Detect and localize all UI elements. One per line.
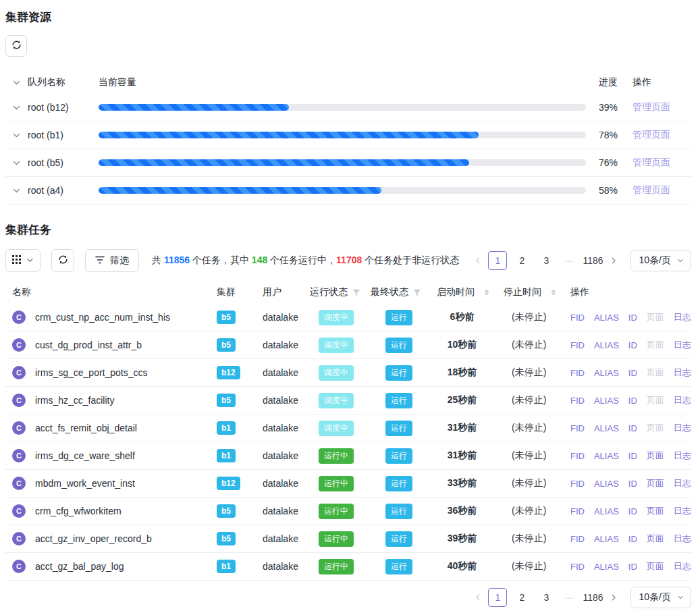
page-button-3[interactable]: 3 bbox=[537, 251, 556, 270]
chevron-down-icon[interactable] bbox=[12, 131, 21, 140]
id-link[interactable]: ID bbox=[628, 479, 637, 489]
sort-icon[interactable] bbox=[484, 289, 489, 296]
manage-page-link[interactable]: 管理页面 bbox=[632, 157, 670, 167]
log-link[interactable]: 日志 bbox=[674, 394, 691, 406]
manage-page-link[interactable]: 管理页面 bbox=[632, 184, 670, 195]
alias-link[interactable]: ALIAS bbox=[594, 534, 619, 544]
fid-link[interactable]: FID bbox=[570, 506, 585, 516]
chevron-down-icon[interactable] bbox=[12, 159, 21, 167]
chevron-down-icon bbox=[677, 592, 684, 603]
page-link[interactable]: 页面 bbox=[647, 367, 664, 379]
log-link[interactable]: 日志 bbox=[674, 339, 691, 351]
manage-page-link[interactable]: 管理页面 bbox=[632, 101, 670, 112]
log-link[interactable]: 日志 bbox=[674, 477, 691, 489]
collapse-all-chevron-down-icon[interactable] bbox=[12, 78, 21, 87]
chevron-down-icon[interactable] bbox=[12, 103, 21, 112]
id-link[interactable]: ID bbox=[628, 340, 637, 350]
alias-link[interactable]: ALIAS bbox=[594, 479, 619, 489]
user-column-header: 用户 bbox=[263, 286, 310, 298]
sort-icon[interactable] bbox=[551, 289, 556, 296]
manage-page-link[interactable]: 管理页面 bbox=[632, 129, 670, 140]
page-size-select[interactable]: 10条/页 bbox=[630, 250, 691, 271]
id-link[interactable]: ID bbox=[628, 506, 637, 516]
alias-link[interactable]: ALIAS bbox=[594, 313, 619, 323]
page-button-2[interactable]: 2 bbox=[512, 588, 531, 607]
log-link[interactable]: 日志 bbox=[674, 422, 691, 434]
page-button-2[interactable]: 2 bbox=[512, 251, 531, 270]
alias-link[interactable]: ALIAS bbox=[594, 562, 619, 572]
id-link[interactable]: ID bbox=[628, 368, 637, 378]
task-name: acct_fs_remit_obj_detail bbox=[35, 423, 137, 433]
id-link[interactable]: ID bbox=[628, 451, 637, 461]
page-button-last[interactable]: 1186 bbox=[583, 251, 603, 270]
log-link[interactable]: 日志 bbox=[674, 505, 691, 517]
page-ellipsis[interactable]: ··· bbox=[561, 255, 577, 266]
task-user: datalake bbox=[263, 312, 310, 323]
page-button-last[interactable]: 1186 bbox=[583, 588, 603, 607]
column-settings-button[interactable] bbox=[5, 249, 41, 272]
log-link[interactable]: 日志 bbox=[674, 450, 691, 462]
page-link[interactable]: 页面 bbox=[647, 560, 664, 572]
page-link[interactable]: 页面 bbox=[647, 394, 664, 406]
task-user: datalake bbox=[263, 367, 310, 378]
id-link[interactable]: ID bbox=[628, 562, 637, 572]
start-time: 39秒前 bbox=[437, 533, 504, 545]
task-user: datalake bbox=[263, 533, 310, 544]
id-link[interactable]: ID bbox=[628, 423, 637, 433]
page-button-1[interactable]: 1 bbox=[488, 588, 507, 607]
log-link[interactable]: 日志 bbox=[674, 311, 691, 323]
fid-link[interactable]: FID bbox=[570, 479, 585, 489]
fid-link[interactable]: FID bbox=[570, 451, 585, 461]
refresh-tasks-button[interactable] bbox=[51, 249, 74, 272]
alias-link[interactable]: ALIAS bbox=[594, 368, 619, 378]
queue-name: root (b1) bbox=[28, 130, 63, 140]
fid-link[interactable]: FID bbox=[570, 396, 585, 406]
page-button-3[interactable]: 3 bbox=[537, 588, 556, 607]
cluster-tasks-title: 集群任务 bbox=[5, 205, 691, 238]
fid-link[interactable]: FID bbox=[570, 340, 585, 350]
page-link[interactable]: 页面 bbox=[647, 311, 664, 323]
fid-link[interactable]: FID bbox=[570, 423, 585, 433]
page-link[interactable]: 页面 bbox=[647, 422, 664, 434]
next-page-button[interactable] bbox=[606, 588, 621, 607]
log-link[interactable]: 日志 bbox=[674, 367, 691, 379]
page-link[interactable]: 页面 bbox=[647, 505, 664, 517]
fid-link[interactable]: FID bbox=[570, 368, 585, 378]
page-size-select[interactable]: 10条/页 bbox=[630, 587, 691, 608]
page-link[interactable]: 页面 bbox=[647, 533, 664, 545]
alias-link[interactable]: ALIAS bbox=[594, 396, 619, 406]
prev-page-button[interactable] bbox=[470, 251, 485, 270]
funnel-filter-icon[interactable] bbox=[413, 289, 421, 296]
next-page-button[interactable] bbox=[606, 251, 621, 270]
alias-link[interactable]: ALIAS bbox=[594, 340, 619, 350]
run-state-badge: 调度中 bbox=[319, 393, 354, 408]
final-state-badge: 运行 bbox=[385, 393, 412, 408]
fid-link[interactable]: FID bbox=[570, 534, 585, 544]
grid-icon bbox=[12, 255, 21, 266]
page-link[interactable]: 页面 bbox=[647, 339, 664, 351]
page-ellipsis[interactable]: ··· bbox=[561, 592, 577, 603]
fid-link[interactable]: FID bbox=[570, 313, 585, 323]
id-link[interactable]: ID bbox=[628, 396, 637, 406]
task-name: crm_cust_np_acc_num_inst_his bbox=[35, 312, 170, 323]
alias-link[interactable]: ALIAS bbox=[594, 423, 619, 433]
non-running-task-count: 11708 bbox=[336, 255, 362, 265]
refresh-resources-button[interactable] bbox=[5, 35, 27, 57]
chevron-down-icon[interactable] bbox=[12, 186, 21, 195]
page-link[interactable]: 页面 bbox=[647, 477, 664, 489]
filter-button[interactable]: 筛选 bbox=[85, 249, 139, 272]
id-link[interactable]: ID bbox=[628, 313, 637, 323]
cluster-badge: b5 bbox=[217, 311, 236, 324]
prev-page-button[interactable] bbox=[470, 588, 485, 607]
fid-link[interactable]: FID bbox=[570, 562, 585, 572]
page-button-1[interactable]: 1 bbox=[488, 251, 507, 270]
funnel-filter-icon[interactable] bbox=[352, 289, 360, 296]
log-link[interactable]: 日志 bbox=[674, 560, 691, 572]
capacity-bar-fill bbox=[99, 159, 469, 166]
log-link[interactable]: 日志 bbox=[674, 533, 691, 545]
alias-link[interactable]: ALIAS bbox=[594, 451, 619, 461]
page-link[interactable]: 页面 bbox=[647, 450, 664, 462]
id-link[interactable]: ID bbox=[628, 534, 637, 544]
alias-link[interactable]: ALIAS bbox=[594, 506, 619, 516]
start-time: 6秒前 bbox=[437, 311, 504, 323]
